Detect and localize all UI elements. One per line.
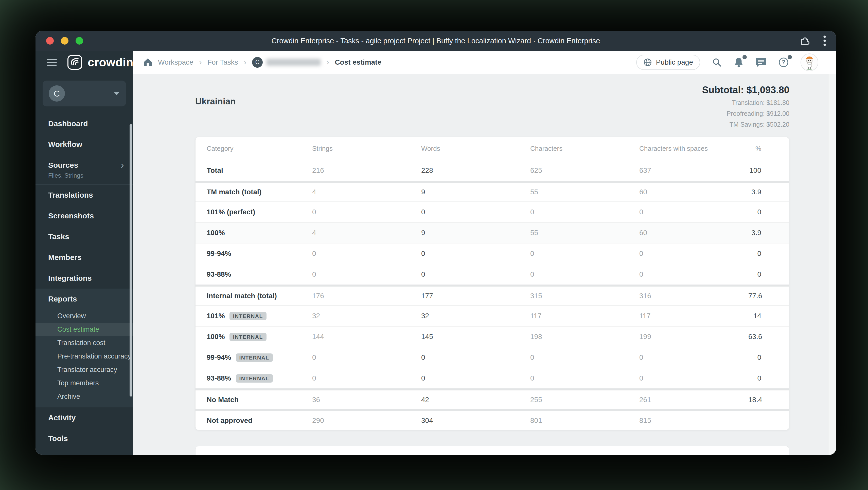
cost-estimate-table-card: Category Strings Words Characters Charac…	[195, 137, 789, 430]
next-table-col-header[interactable]: Internal match	[731, 454, 772, 455]
page-scrollbar-track[interactable]	[828, 74, 836, 455]
row-value: 0	[530, 374, 639, 382]
col-header-characters-with-spaces: Characters with spaces	[639, 145, 748, 153]
table-body: Total216228625637100TM match (total)4955…	[195, 160, 789, 430]
workspace-switcher[interactable]: C	[42, 80, 126, 106]
sidebar-subitem-translation-cost[interactable]: Translation cost	[35, 336, 133, 350]
sidebar-subitem-translator-accuracy[interactable]: Translator accuracy	[35, 363, 133, 377]
workspace-avatar: C	[49, 86, 65, 102]
next-table-col-header[interactable]: TM Match	[633, 454, 663, 455]
row-value: 100	[748, 166, 778, 174]
sources-subtitle: Files, Strings	[48, 172, 84, 179]
row-value: 144	[312, 333, 421, 341]
row-value: 0	[530, 250, 639, 258]
sidebar-item-settings[interactable]: Settings›	[35, 449, 133, 455]
messages-icon[interactable]	[755, 57, 767, 68]
breadcrumb-workspace[interactable]: Workspace	[158, 58, 193, 66]
row-value: 55	[530, 188, 639, 196]
app-header: Workspace › For Tasks › C › Cost estimat…	[133, 51, 836, 74]
sidebar-item-tools[interactable]: Tools	[35, 428, 133, 449]
row-value: 0	[421, 208, 530, 216]
tm-savings: TM Savings: $502.20	[195, 121, 789, 128]
zoom-window-button[interactable]	[75, 37, 83, 44]
next-table-col-header[interactable]: Not approved	[513, 454, 553, 455]
sidebar-item-tasks[interactable]: Tasks	[35, 226, 133, 247]
row-value: 199	[639, 333, 748, 341]
row-category: 99-94%INTERNAL	[207, 353, 312, 362]
minimize-window-button[interactable]	[61, 37, 68, 44]
row-value: 9	[421, 188, 530, 196]
crowdin-logo-text: crowdin	[88, 56, 133, 69]
kebab-menu-icon[interactable]	[824, 35, 826, 46]
row-value: 177	[421, 292, 530, 300]
chevron-right-icon: ›	[244, 58, 246, 67]
table-row: 93-88%INTERNAL00000	[195, 368, 789, 388]
row-value: 0	[421, 250, 530, 258]
row-value: 4	[312, 188, 421, 196]
internal-badge: INTERNAL	[236, 374, 273, 383]
sidebar-scrollbar[interactable]	[130, 124, 132, 396]
sidebar-item-screenshots[interactable]: Screenshots	[35, 205, 133, 226]
row-value: 0	[530, 353, 639, 362]
row-value: 32	[421, 312, 530, 320]
chevron-down-icon	[114, 92, 119, 95]
help-icon[interactable]: ?	[778, 57, 789, 68]
breadcrumb-project[interactable]: C	[252, 57, 321, 68]
sidebar-item-integrations[interactable]: Integrations	[35, 268, 133, 289]
row-value: 55	[530, 229, 639, 237]
row-value: 625	[530, 166, 639, 174]
row-category: 93-88%INTERNAL	[207, 374, 312, 383]
sidebar-item-workflow[interactable]: Workflow	[35, 134, 133, 155]
sidebar: crowdin C Dashboard Workflow Sources› Fi…	[35, 51, 133, 455]
breadcrumb-for-tasks[interactable]: For Tasks	[208, 58, 238, 66]
sidebar-subitem-top-members[interactable]: Top members	[35, 377, 133, 390]
sidebar-item-dashboard[interactable]: Dashboard	[35, 113, 133, 134]
sidebar-item-activity[interactable]: Activity	[35, 407, 133, 428]
row-value: 14	[748, 312, 778, 320]
row-category: No Match	[207, 396, 312, 404]
sidebar-item-translations[interactable]: Translations	[35, 185, 133, 205]
sidebar-subitem-cost-estimate[interactable]: Cost estimate	[35, 323, 133, 336]
reports-group: Reports OverviewCost estimateTranslation…	[35, 289, 133, 407]
sidebar-subitem-overview[interactable]: Overview	[35, 309, 133, 323]
sidebar-subitem-archive[interactable]: Archive	[35, 390, 133, 403]
sidebar-item-reports[interactable]: Reports	[35, 289, 133, 309]
chevron-right-icon: ›	[199, 58, 202, 67]
row-value: 117	[530, 312, 639, 320]
notifications-bell-icon[interactable]	[734, 57, 744, 68]
sidebar-subitem-pre-translation-accuracy[interactable]: Pre-translation accuracy	[35, 350, 133, 363]
sidebar-item-members[interactable]: Members	[35, 247, 133, 268]
per-file-table-card: Name Not approvedNot translatedTM MatchN…	[195, 446, 789, 455]
crowdin-logo[interactable]: crowdin	[67, 55, 133, 70]
user-avatar[interactable]	[801, 54, 818, 71]
report-main: Ukrainian Subtotal: $1,093.80 Translatio…	[133, 74, 829, 455]
home-icon[interactable]	[143, 58, 152, 67]
search-icon[interactable]	[712, 57, 722, 67]
row-value: 0	[639, 374, 748, 382]
subtotal-value: Subtotal: $1,093.80	[195, 85, 789, 96]
row-value: 36	[312, 396, 421, 404]
row-value: 304	[421, 417, 530, 425]
help-dot	[787, 55, 792, 59]
hamburger-menu-icon[interactable]	[46, 57, 57, 67]
close-window-button[interactable]	[46, 37, 54, 44]
table-row: Not approved290304801815–	[195, 409, 789, 430]
row-value: 60	[639, 229, 748, 237]
project-name-redacted	[266, 59, 321, 66]
row-category: 99-94%	[207, 250, 312, 258]
next-table-col-header[interactable]: Not translated	[573, 454, 614, 455]
next-table-col-header[interactable]: No Match	[683, 454, 711, 455]
row-category: Not approved	[207, 417, 312, 425]
chevron-right-icon: ›	[327, 58, 329, 67]
next-table-right-headers: Not approvedNot translatedTM MatchNo Mat…	[513, 454, 772, 455]
col-header-name[interactable]: Name	[207, 454, 231, 455]
extensions-icon[interactable]	[799, 35, 810, 46]
table-row: 99-94%INTERNAL00000	[195, 347, 789, 368]
row-value: 316	[639, 292, 748, 300]
sidebar-item-sources[interactable]: Sources› Files, Strings	[35, 155, 133, 185]
row-value: 0	[748, 353, 778, 362]
row-value: 0	[748, 250, 778, 258]
public-page-button[interactable]: Public page	[636, 55, 700, 70]
row-value: 0	[748, 374, 778, 382]
row-value: 3.9	[748, 188, 778, 196]
